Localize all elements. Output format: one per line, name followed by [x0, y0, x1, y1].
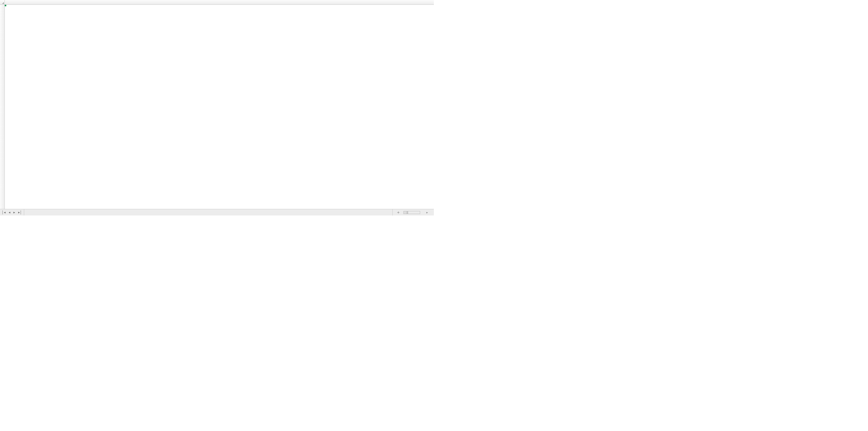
- cell-grid[interactable]: [5, 5, 434, 209]
- tab-nav-last-icon[interactable]: ▸│: [18, 210, 22, 214]
- selection-rect: [5, 5, 6, 6]
- row-header-column: [0, 5, 5, 209]
- tab-nav-first-icon[interactable]: │◂: [2, 210, 6, 214]
- spreadsheet-app: │◂ ◂ ▸ ▸│ ＋ ▸: [0, 0, 434, 216]
- grid-area: [0, 5, 434, 209]
- add-sheet-icon[interactable]: ＋: [396, 210, 400, 215]
- scroll-right-icon[interactable]: ▸: [422, 211, 432, 214]
- column-header-row: [0, 0, 434, 5]
- tab-nav-prev-icon[interactable]: ◂: [9, 210, 10, 214]
- sheet-tabs: [24, 209, 392, 216]
- tab-nav-next-icon[interactable]: ▸: [13, 210, 15, 214]
- select-all-corner[interactable]: [0, 0, 5, 4]
- tab-nav-buttons: │◂ ◂ ▸ ▸│: [0, 209, 24, 216]
- sheet-tabs-strip: │◂ ◂ ▸ ▸│ ＋ ▸: [0, 209, 434, 216]
- tabs-right-controls: ＋ ▸: [392, 209, 434, 216]
- horizontal-scrollbar[interactable]: [403, 211, 420, 214]
